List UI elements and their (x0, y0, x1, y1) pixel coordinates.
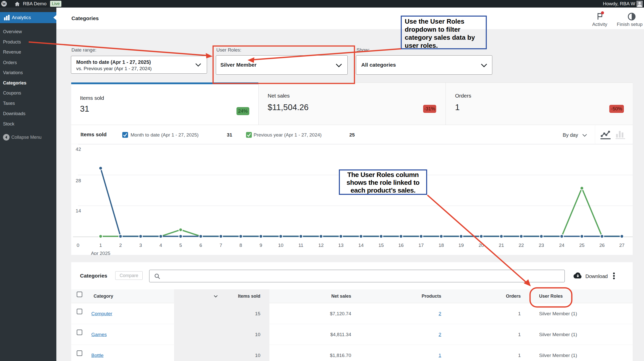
svg-text:27: 27 (619, 243, 624, 248)
svg-text:W: W (2, 2, 6, 6)
svg-text:25: 25 (579, 243, 584, 248)
svg-text:1: 1 (99, 243, 102, 248)
svg-text:13: 13 (338, 243, 343, 248)
svg-text:11: 11 (298, 243, 303, 248)
svg-text:6: 6 (199, 243, 202, 248)
svg-text:14: 14 (76, 208, 81, 213)
svg-text:12: 12 (318, 243, 324, 248)
svg-text:9: 9 (260, 243, 262, 248)
svg-text:8: 8 (239, 243, 242, 248)
svg-text:22: 22 (518, 243, 524, 248)
svg-text:10: 10 (278, 243, 283, 248)
svg-text:7: 7 (220, 243, 222, 248)
svg-text:28: 28 (76, 178, 81, 183)
svg-text:17: 17 (418, 243, 424, 248)
svg-text:24: 24 (559, 243, 565, 248)
svg-text:18: 18 (438, 243, 444, 248)
svg-text:20: 20 (478, 243, 484, 248)
svg-text:19: 19 (458, 243, 464, 248)
svg-text:Apr 2025: Apr 2025 (91, 251, 110, 255)
svg-text:16: 16 (398, 243, 404, 248)
svg-text:15: 15 (378, 243, 384, 248)
svg-text:2: 2 (119, 243, 122, 248)
svg-text:3: 3 (139, 243, 142, 248)
svg-text:21: 21 (499, 243, 504, 248)
svg-text:26: 26 (599, 243, 605, 248)
svg-text:23: 23 (539, 243, 544, 248)
svg-text:4: 4 (159, 243, 162, 248)
svg-text:42: 42 (76, 147, 81, 152)
svg-text:0: 0 (77, 243, 79, 248)
svg-text:5: 5 (179, 243, 182, 248)
svg-text:14: 14 (358, 243, 364, 248)
